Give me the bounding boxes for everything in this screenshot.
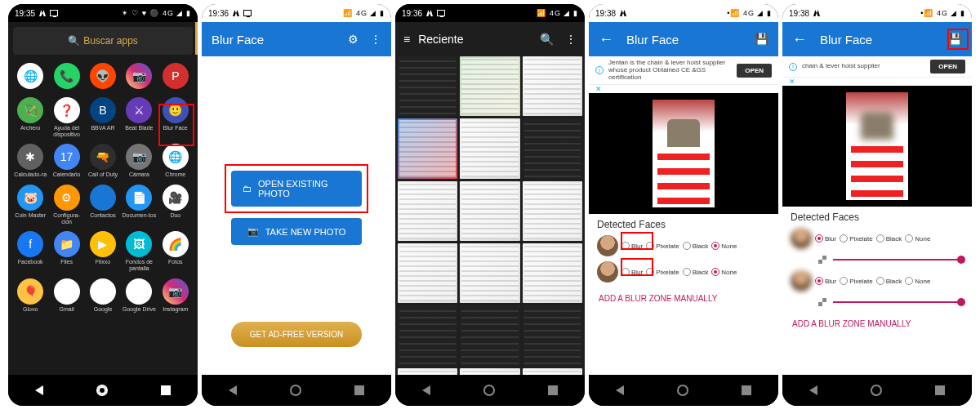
nav-recent[interactable] — [354, 385, 364, 395]
overflow-icon[interactable]: ⋮ — [565, 33, 577, 46]
image-thumb[interactable] — [523, 305, 582, 365]
nav-bar — [782, 375, 972, 406]
nav-back[interactable] — [422, 385, 430, 395]
app-ayuda-del-dispositivo[interactable]: ❓Ayuda del dispositivo — [49, 97, 83, 137]
image-thumb[interactable] — [460, 368, 519, 375]
app-documen-tos[interactable]: 📄Documen-tos — [122, 185, 156, 225]
image-thumb[interactable] — [523, 181, 582, 241]
image-thumb[interactable] — [398, 243, 457, 303]
radio-black[interactable]: Black — [683, 268, 709, 276]
app-bbva-ar[interactable]: BBBVA AR — [86, 97, 120, 137]
nav-home[interactable] — [871, 385, 882, 396]
app-google-drive[interactable]: △Google Drive — [122, 278, 156, 313]
nav-home[interactable] — [290, 385, 301, 396]
app-chrome[interactable]: 🌐Chrome — [158, 144, 193, 178]
radio-black[interactable]: Black — [876, 234, 902, 243]
search-apps-input[interactable]: 🔍 Buscar apps — [13, 27, 193, 55]
app-contactos[interactable]: 👤Contactos — [86, 185, 120, 225]
ad-open-button[interactable]: OPEN — [737, 64, 772, 78]
app-icon[interactable]: 🌐 — [13, 63, 47, 91]
radio-none[interactable]: None — [711, 268, 737, 276]
add-blur-zone-button[interactable]: ADD A BLUR ZONE MANUALLY — [597, 287, 770, 309]
app-fondos-de-pantalla[interactable]: 🖼Fondos de pantalla — [122, 231, 156, 271]
take-new-photo-button[interactable]: 📷 TAKE NEW PHOTO — [231, 218, 362, 245]
image-thumb[interactable] — [460, 56, 519, 116]
app-archero[interactable]: 🏹Archero — [13, 97, 47, 137]
get-adfree-button[interactable]: GET AD-FREE VERSION — [231, 322, 362, 347]
search-icon[interactable]: 🔍 — [540, 33, 554, 46]
nav-back[interactable] — [809, 385, 817, 395]
image-thumb[interactable] — [523, 368, 582, 375]
nav-home[interactable] — [677, 385, 688, 396]
app-facebook[interactable]: fFacebook — [13, 231, 47, 271]
nav-home[interactable] — [483, 385, 495, 396]
app-coin-master[interactable]: 🐷Coin Master — [13, 185, 47, 225]
ad-close-icon[interactable]: ✕ — [589, 85, 778, 93]
nav-recent[interactable] — [742, 385, 751, 395]
app-icon[interactable]: 📞 — [49, 63, 83, 91]
app-configura-ci-n[interactable]: ⚙Configura-ción — [49, 185, 83, 225]
image-thumb[interactable] — [523, 118, 582, 178]
image-thumb[interactable] — [398, 305, 457, 365]
nav-back[interactable] — [229, 385, 237, 395]
nav-recent[interactable] — [935, 385, 945, 395]
radio-black[interactable]: Black — [876, 277, 902, 285]
settings-icon[interactable]: ⚙ — [348, 33, 359, 46]
radio-none[interactable]: None — [711, 242, 737, 250]
back-icon[interactable]: ← — [599, 31, 613, 48]
app-c-mara[interactable]: 📷Cámara — [122, 144, 156, 178]
radio-blur[interactable]: Blur — [815, 234, 836, 243]
app-files[interactable]: 📁Files — [49, 231, 83, 271]
nav-back[interactable] — [35, 385, 43, 395]
ad-close-icon[interactable]: ✕ — [782, 78, 972, 86]
save-icon[interactable]: 💾 — [755, 33, 768, 46]
app-fotos[interactable]: 🌈Fotos — [158, 231, 193, 271]
image-thumb[interactable] — [460, 305, 519, 365]
image-thumb[interactable] — [398, 181, 457, 241]
radio-pixelate[interactable]: Pixelate — [840, 277, 872, 285]
app-duo[interactable]: 🎥Duo — [158, 185, 193, 225]
app-beat-blade[interactable]: ⚔Beat Blade — [122, 97, 156, 137]
app-instagram[interactable]: 📷Instagram — [158, 278, 193, 313]
image-preview[interactable] — [782, 86, 972, 207]
ad-banner[interactable]: i Jentan is the chain & lever hoist supp… — [589, 56, 778, 85]
image-preview[interactable] — [589, 93, 778, 214]
nav-recent[interactable] — [161, 385, 171, 395]
app-gmail[interactable]: ✉Gmail — [49, 278, 83, 313]
image-thumb[interactable] — [523, 243, 582, 303]
image-thumb[interactable] — [398, 56, 457, 116]
ad-open-button[interactable]: OPEN — [930, 60, 965, 73]
ad-banner[interactable]: i chain & lever hoist supplier OPEN — [782, 56, 972, 78]
app-flixxo[interactable]: ▶Flixxo — [86, 231, 120, 271]
nav-bar — [202, 375, 391, 406]
image-thumb[interactable] — [398, 118, 457, 178]
app-google[interactable]: GGoogle — [86, 278, 120, 313]
app-call-of-duty[interactable]: 🔫Call of Duty — [86, 144, 120, 178]
radio-none[interactable]: None — [905, 277, 930, 285]
app-glovo[interactable]: 🎈Glovo — [13, 278, 47, 313]
nav-home[interactable] — [96, 385, 108, 396]
nav-bar — [8, 375, 198, 406]
radio-pixelate[interactable]: Pixelate — [840, 234, 872, 243]
image-thumb[interactable] — [523, 56, 582, 116]
blur-amount-slider[interactable] — [791, 296, 964, 313]
back-icon[interactable]: ← — [792, 31, 807, 48]
overflow-icon[interactable]: ⋮ — [370, 33, 381, 46]
image-thumb[interactable] — [460, 181, 519, 241]
app-icon[interactable]: P — [158, 63, 193, 91]
blur-amount-slider[interactable] — [791, 254, 964, 270]
app-icon[interactable]: 👽 — [86, 63, 120, 91]
radio-blur[interactable]: Blur — [815, 277, 836, 285]
app-calculado-ra[interactable]: ✱Calculado-ra — [13, 144, 47, 178]
nav-back[interactable] — [616, 385, 624, 395]
app-icon[interactable]: 📷 — [122, 63, 156, 91]
add-blur-zone-button[interactable]: ADD A BLUR ZONE MANUALLY — [791, 313, 964, 335]
menu-icon[interactable]: ≡ — [403, 33, 410, 46]
radio-none[interactable]: None — [905, 234, 930, 243]
image-thumb[interactable] — [398, 368, 457, 375]
radio-black[interactable]: Black — [683, 242, 709, 250]
nav-recent[interactable] — [548, 385, 558, 395]
app-calendario[interactable]: 17Calendario — [49, 144, 83, 178]
image-thumb[interactable] — [460, 243, 519, 303]
image-thumb[interactable] — [460, 118, 519, 178]
